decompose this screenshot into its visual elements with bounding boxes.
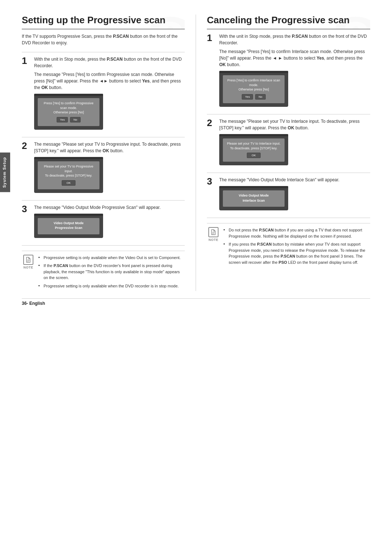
right-screen-1: Press [Yes] to confirm Interlace scan mo… bbox=[219, 71, 288, 107]
ok-button-screen-r: OK bbox=[247, 153, 261, 158]
right-screen-2: Please set your TV to Interlace input.To… bbox=[219, 134, 288, 165]
page-footer: 36- English bbox=[22, 298, 370, 306]
right-note-icon bbox=[208, 227, 219, 237]
no-button-screen-r: No bbox=[255, 94, 265, 100]
right-notes-list: Do not press the P.SCAN button if you ar… bbox=[224, 227, 370, 265]
right-screen-3: Video Output ModeInterlace Scan bbox=[219, 186, 288, 210]
note-icon bbox=[23, 255, 33, 265]
left-note-1: Progressive setting is only available wh… bbox=[38, 255, 185, 261]
yes-button-screen-r: Yes bbox=[242, 94, 253, 100]
right-note-1: Do not press the P.SCAN button if you ar… bbox=[224, 227, 370, 239]
right-note-label: NOTE bbox=[208, 238, 218, 242]
left-heading: Setting up the Progressive scan bbox=[22, 15, 185, 29]
yes-button-screen: Yes bbox=[57, 117, 68, 122]
left-screen-1: Press [Yes] to confirm Progressive scan … bbox=[34, 94, 103, 130]
left-note-2: If the P.SCAN button on the DVD recorder… bbox=[38, 263, 185, 281]
right-column: Canceling the Progressive scan 1 With th… bbox=[196, 15, 370, 291]
left-notes: NOTE Progressive setting is only availab… bbox=[22, 251, 185, 291]
left-screen-3: Video Output ModeProgressive Scan bbox=[34, 214, 103, 238]
page: System Setup Setting up the Progressive … bbox=[0, 0, 392, 541]
left-screen-2: Please set your TV to Progressive input.… bbox=[34, 157, 103, 193]
right-heading: Canceling the Progressive scan bbox=[207, 15, 370, 29]
right-step-3: 3 The message "Video Output Mode Interla… bbox=[207, 177, 370, 213]
main-columns: Setting up the Progressive scan If the T… bbox=[22, 15, 370, 291]
no-button-screen: No bbox=[70, 117, 80, 122]
left-note-3: Progressive setting is only available wh… bbox=[38, 283, 185, 289]
side-tab: System Setup bbox=[0, 153, 10, 192]
right-step-2: 2 The message "Please set your TV to Int… bbox=[207, 118, 370, 168]
left-column: Setting up the Progressive scan If the T… bbox=[22, 15, 196, 291]
left-step-3: 3 The message "Video Output Mode Progres… bbox=[22, 204, 185, 241]
note-label: NOTE bbox=[23, 266, 33, 269]
right-notes: NOTE Do not press the P.SCAN button if y… bbox=[207, 223, 370, 267]
left-step-2: 2 The message "Please set your TV to Pro… bbox=[22, 141, 185, 196]
left-step-1: 1 With the unit in Stop mode, press the … bbox=[22, 56, 185, 133]
right-step-1: 1 With the unit in Stop mode, press the … bbox=[207, 33, 370, 110]
left-intro: If the TV supports Progressive Scan, pre… bbox=[22, 33, 185, 46]
ok-button-screen: OK bbox=[62, 180, 75, 186]
right-note-2: If you press the P.SCAN button by mistak… bbox=[224, 241, 370, 265]
left-notes-list: Progressive setting is only available wh… bbox=[38, 255, 185, 289]
